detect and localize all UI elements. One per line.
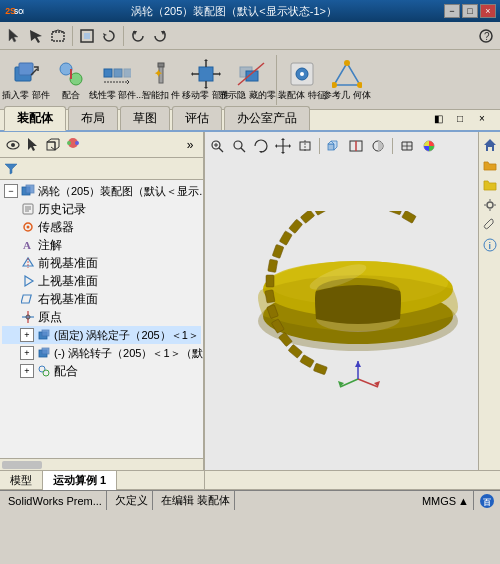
select-tool-btn[interactable] bbox=[4, 26, 24, 46]
insert-part-icon bbox=[10, 58, 42, 90]
close-btn[interactable]: × bbox=[480, 4, 496, 18]
rt-settings-btn[interactable] bbox=[481, 196, 499, 214]
mate-btn[interactable]: 配合 bbox=[49, 53, 93, 107]
panel-float-btn[interactable]: □ bbox=[450, 108, 470, 128]
front-view-btn[interactable] bbox=[77, 26, 97, 46]
top-plane-icon bbox=[20, 273, 36, 289]
svg-text:?: ? bbox=[484, 31, 490, 42]
tree-stator[interactable]: + (固定) 涡轮定子（205）＜1＞ bbox=[2, 326, 201, 344]
pan-btn[interactable] bbox=[273, 136, 293, 156]
tree-mate[interactable]: + 配合 bbox=[2, 362, 201, 380]
svg-point-107 bbox=[487, 202, 493, 208]
panel-expand-btn[interactable]: » bbox=[181, 136, 199, 154]
main-content: » − 涡轮（205）装配图（默认＜显示... 历史记录 bbox=[0, 132, 500, 470]
tree-root-label: 涡轮（205）装配图（默认＜显示... bbox=[38, 184, 203, 199]
svg-rect-81 bbox=[299, 355, 313, 368]
rt-folder-yellow-btn[interactable] bbox=[481, 176, 499, 194]
panel-pin-btn[interactable]: ◧ bbox=[428, 108, 448, 128]
mate-expander[interactable]: + bbox=[20, 364, 34, 378]
section-view-btn[interactable] bbox=[346, 136, 366, 156]
root-expander[interactable]: − bbox=[4, 184, 18, 198]
svg-rect-99 bbox=[401, 211, 415, 223]
stator-expander[interactable]: + bbox=[20, 328, 34, 342]
reference-geometry-btn[interactable]: 参考几 何体 bbox=[325, 53, 369, 107]
tree-front-plane[interactable]: 前视基准面 bbox=[2, 254, 201, 272]
toolbar-row2: 插入零 部件 配合 线性零 部件... bbox=[0, 50, 500, 110]
view-toolbar bbox=[207, 134, 498, 158]
tree-history[interactable]: 历史记录 bbox=[2, 200, 201, 218]
redo-btn[interactable] bbox=[150, 26, 170, 46]
zoom-area-btn[interactable] bbox=[229, 136, 249, 156]
panel-cursor-btn[interactable] bbox=[24, 136, 42, 154]
color-wheel-btn[interactable] bbox=[419, 136, 439, 156]
solidworks-logo-icon: 2S SOLIDWORKS bbox=[4, 3, 24, 19]
panel-scroll-h[interactable] bbox=[0, 458, 203, 470]
tree-top-plane[interactable]: 上视基准面 bbox=[2, 272, 201, 290]
tab-layout[interactable]: 布局 bbox=[68, 106, 118, 130]
panel-box-btn[interactable] bbox=[44, 136, 62, 154]
status-bar: SolidWorks Prem... 欠定义 在编辑 装配体 MMGS ▲ 百 bbox=[0, 490, 500, 510]
status-def: 欠定义 bbox=[111, 491, 153, 510]
tree-right-plane[interactable]: 右视基准面 bbox=[2, 290, 201, 308]
svg-rect-86 bbox=[264, 290, 274, 303]
rt-folder-open-btn[interactable] bbox=[481, 156, 499, 174]
svg-rect-91 bbox=[288, 219, 302, 233]
rt-info-btn[interactable]: i bbox=[481, 236, 499, 254]
svg-rect-15 bbox=[124, 69, 131, 77]
status-app-label: SolidWorks Prem... bbox=[8, 495, 102, 507]
rotate-btn[interactable] bbox=[99, 26, 119, 46]
tab-office[interactable]: 办公室产品 bbox=[224, 106, 310, 130]
tree-rotor-label: (-) 涡轮转子（205）＜1＞（默... bbox=[54, 346, 203, 361]
svg-text:✦: ✦ bbox=[154, 68, 163, 79]
tab-assembly[interactable]: 装配体 bbox=[4, 106, 66, 131]
reference-geometry-label: 参考几 何体 bbox=[323, 91, 371, 101]
rotate-3d-btn[interactable] bbox=[251, 136, 271, 156]
smart-fastener-btn[interactable]: ✦ 智能扣 件 bbox=[139, 53, 183, 107]
minimize-btn[interactable]: − bbox=[444, 4, 460, 18]
title-bar: 2S SOLIDWORKS 涡轮（205）装配图（默认<显示状态-1>） − □… bbox=[0, 0, 500, 22]
arrow-tool-btn[interactable] bbox=[26, 26, 46, 46]
btab-motion[interactable]: 运动算例 1 bbox=[43, 471, 117, 490]
status-arrow-icon[interactable]: ▲ bbox=[458, 495, 469, 507]
rt-home-btn[interactable] bbox=[481, 136, 499, 154]
panel-eye-btn[interactable] bbox=[4, 136, 22, 154]
view-orient-btn[interactable] bbox=[324, 136, 344, 156]
svg-point-34 bbox=[67, 141, 71, 145]
tree-origin[interactable]: 原点 bbox=[2, 308, 201, 326]
zoom-fit-btn[interactable] bbox=[207, 136, 227, 156]
tab-bar: 装配体 布局 草图 评估 办公室产品 ◧ □ × bbox=[0, 110, 500, 132]
assembly-feature-btn[interactable]: 装配体 特征 bbox=[280, 53, 324, 107]
tab-sketch[interactable]: 草图 bbox=[120, 106, 170, 130]
linear-component-label: 线性零 部件... bbox=[89, 91, 144, 101]
status-units: MMGS ▲ bbox=[418, 491, 474, 510]
svg-rect-2 bbox=[52, 32, 64, 41]
insert-part-btn[interactable]: 插入零 部件 bbox=[4, 53, 48, 107]
move-component-icon bbox=[190, 58, 222, 90]
toolbar-separator bbox=[276, 55, 277, 105]
panel-close-btn[interactable]: × bbox=[472, 108, 492, 128]
undo-btn[interactable] bbox=[128, 26, 148, 46]
rt-wrench-btn[interactable] bbox=[481, 216, 499, 234]
btab-model[interactable]: 模型 bbox=[0, 471, 43, 490]
tree-root[interactable]: − 涡轮（205）装配图（默认＜显示... bbox=[2, 182, 201, 200]
tree-sensor[interactable]: 传感器 bbox=[2, 218, 201, 236]
svg-point-24 bbox=[300, 72, 304, 76]
select-box-btn[interactable] bbox=[48, 26, 68, 46]
origin-icon bbox=[20, 309, 36, 325]
status-def-label: 欠定义 bbox=[115, 493, 148, 508]
show-hide-btn[interactable]: 显示隐 藏的零... bbox=[229, 53, 273, 107]
linear-component-btn[interactable]: 线性零 部件... bbox=[94, 53, 138, 107]
3d-view-area[interactable]: i bbox=[205, 132, 500, 470]
history-icon bbox=[20, 201, 36, 217]
tree-annotation[interactable]: A 注解 bbox=[2, 236, 201, 254]
line-display-btn[interactable] bbox=[397, 136, 417, 156]
display-style-btn[interactable] bbox=[368, 136, 388, 156]
rotor-expander[interactable]: + bbox=[20, 346, 34, 360]
maximize-btn[interactable]: □ bbox=[462, 4, 478, 18]
help-btn[interactable]: ? bbox=[476, 26, 496, 46]
tree-rotor[interactable]: + (-) 涡轮转子（205）＜1＞（默... bbox=[2, 344, 201, 362]
zoom-dynamic-btn[interactable] bbox=[295, 136, 315, 156]
feature-tree[interactable]: − 涡轮（205）装配图（默认＜显示... 历史记录 bbox=[0, 180, 203, 458]
panel-paint-btn[interactable] bbox=[64, 136, 82, 154]
tab-evaluate[interactable]: 评估 bbox=[172, 106, 222, 130]
